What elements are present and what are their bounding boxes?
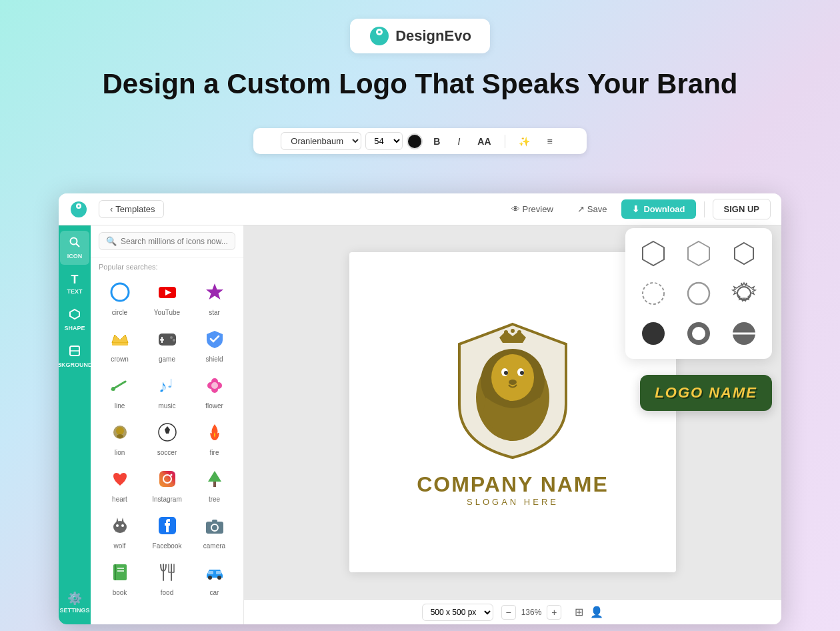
car-label: car xyxy=(210,589,219,596)
app-logo-icon xyxy=(69,200,88,219)
sidebar-item-background[interactable]: BKGROUND xyxy=(60,340,89,374)
shape-gear[interactable] xyxy=(724,276,764,311)
youtube-label: YouTube xyxy=(154,309,180,316)
list-item[interactable]: crown xyxy=(96,322,143,368)
signup-button[interactable]: SIGN UP xyxy=(713,199,771,219)
settings-icon: ⚙️ xyxy=(67,591,82,606)
list-item[interactable]: line xyxy=(96,368,143,415)
text-tab-label: TEXT xyxy=(67,288,82,295)
svg-point-32 xyxy=(116,427,124,435)
sidebar-item-shape[interactable]: SHAPE xyxy=(60,303,89,337)
svg-point-78 xyxy=(643,283,664,304)
left-sidebar: ICON T TEXT SHAPE xyxy=(59,225,91,624)
list-item[interactable]: soccer xyxy=(143,415,191,462)
list-item[interactable]: food xyxy=(143,555,191,602)
user-icon[interactable]: 👤 xyxy=(590,606,603,618)
list-item[interactable]: YouTube xyxy=(143,275,191,322)
shape-hexagon-2[interactable] xyxy=(679,236,719,271)
shape-circle-dashed[interactable] xyxy=(633,276,673,311)
list-item[interactable]: tree xyxy=(191,462,238,508)
list-item[interactable]: shield xyxy=(191,322,238,368)
download-button[interactable]: ⬇ Download xyxy=(621,199,695,219)
sidebar-item-icon[interactable]: ICON xyxy=(60,231,89,265)
list-item[interactable]: car xyxy=(191,555,238,602)
font-name-select[interactable]: Oranienbaum xyxy=(281,132,361,150)
list-item[interactable]: book xyxy=(96,555,143,602)
save-button[interactable]: ↗ Save xyxy=(568,200,617,218)
bold-button[interactable]: B xyxy=(427,133,447,149)
icon-search-input[interactable] xyxy=(121,237,228,246)
fire-icon xyxy=(204,422,225,446)
svg-point-38 xyxy=(170,474,172,476)
back-arrow-icon: ‹ xyxy=(110,204,113,214)
svg-point-23 xyxy=(111,387,115,391)
svg-marker-8 xyxy=(70,309,79,319)
svg-rect-60 xyxy=(216,571,221,574)
shape-circle-outline[interactable] xyxy=(679,276,719,311)
list-item[interactable]: lion xyxy=(96,415,143,462)
heart-label: heart xyxy=(112,496,127,503)
svg-point-5 xyxy=(78,205,80,207)
shield-icon xyxy=(204,328,225,353)
svg-point-41 xyxy=(113,521,127,533)
svg-rect-47 xyxy=(206,522,223,534)
templates-button[interactable]: ‹ Templates xyxy=(99,200,164,218)
svg-marker-77 xyxy=(735,243,753,264)
sidebar-item-text[interactable]: T TEXT xyxy=(60,267,89,300)
list-item[interactable]: circle xyxy=(96,275,143,322)
shape-circle-striped[interactable] xyxy=(724,316,764,351)
list-item[interactable]: ♪♩ music xyxy=(143,368,191,415)
spacing-button[interactable]: ≡ xyxy=(541,133,559,149)
brand-name: DesignEvo xyxy=(395,27,471,45)
svg-marker-42 xyxy=(116,518,119,523)
shapes-panel xyxy=(625,228,772,359)
preview-button[interactable]: 👁 Preview xyxy=(502,200,563,218)
shape-circle-dark[interactable] xyxy=(633,316,673,351)
list-item[interactable]: Instagram xyxy=(143,462,191,508)
grid-view-icon[interactable]: ⊞ xyxy=(575,606,583,618)
svg-point-2 xyxy=(378,31,381,33)
list-item[interactable]: heart xyxy=(96,462,143,508)
list-item[interactable]: fire xyxy=(191,415,238,462)
list-item[interactable]: star xyxy=(191,275,238,322)
font-size-select[interactable]: 54 xyxy=(365,132,403,150)
heart-icon xyxy=(109,468,131,493)
list-item[interactable]: game xyxy=(143,322,191,368)
zoom-out-button[interactable]: − xyxy=(501,605,516,620)
background-tab-label: BKGROUND xyxy=(59,362,93,368)
color-picker[interactable] xyxy=(407,133,423,149)
svg-point-69 xyxy=(491,354,534,401)
popular-searches-label: Popular searches: xyxy=(91,257,243,275)
list-item[interactable]: flower xyxy=(191,368,238,415)
italic-button[interactable]: I xyxy=(451,133,467,149)
app-window: ‹ Templates 👁 Preview ↗ Save ⬇ Download … xyxy=(59,193,781,624)
effects-button[interactable]: ✨ xyxy=(512,133,537,149)
list-item[interactable]: Facebook xyxy=(143,508,191,555)
background-icon xyxy=(69,345,81,360)
shape-circle-half[interactable] xyxy=(679,316,719,351)
shape-hexagon-1[interactable] xyxy=(633,236,673,271)
lion-label: lion xyxy=(115,449,125,456)
sidebar-item-settings[interactable]: ⚙️ SETTINGS xyxy=(60,586,89,619)
header-right-actions: 👁 Preview ↗ Save ⬇ Download SIGN UP xyxy=(502,199,771,219)
svg-rect-36 xyxy=(159,471,175,487)
car-icon xyxy=(204,562,225,586)
food-icon xyxy=(157,562,178,586)
soccer-label: soccer xyxy=(157,449,177,456)
game-icon xyxy=(157,328,178,353)
lion-icon-item xyxy=(109,422,131,446)
svg-rect-40 xyxy=(213,482,216,487)
food-label: food xyxy=(161,589,173,596)
case-button[interactable]: AA xyxy=(471,133,497,149)
list-item[interactable]: wolf xyxy=(96,508,143,555)
svg-point-45 xyxy=(121,524,124,527)
fire-label: fire xyxy=(210,449,219,456)
download-icon: ⬇ xyxy=(632,204,639,214)
shape-hexagon-3[interactable] xyxy=(724,236,764,271)
list-item[interactable]: camera xyxy=(191,508,238,555)
canvas-zoom-controls: − 136% + xyxy=(501,605,562,620)
canvas-size-select[interactable]: 500 x 500 px xyxy=(422,604,493,621)
zoom-in-button[interactable]: + xyxy=(547,605,561,620)
facebook-icon xyxy=(157,515,178,540)
svg-point-44 xyxy=(116,524,119,527)
